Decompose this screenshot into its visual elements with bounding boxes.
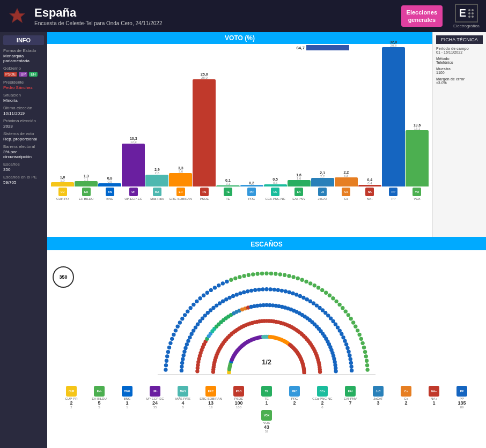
seat-dot: [183, 346, 187, 350]
margen-value: ±3.0%: [436, 81, 483, 85]
vote-top-indicator: 64,7: [50, 45, 430, 56]
seat-dot: [198, 296, 202, 300]
seat-dot: [182, 350, 186, 354]
bar-CUP-PR: [51, 182, 74, 186]
periodo-value: 01 - 16/11/2022: [436, 50, 483, 54]
legend-item-MAS-PAIS: MASMÁS PAÍS43: [170, 386, 196, 409]
seat-dot: [334, 369, 337, 373]
legend-prev-CUP-PR: 2: [70, 406, 72, 409]
escanos-title: ESCAÑOS: [47, 238, 486, 250]
seat-dot: [221, 281, 225, 285]
bar-group-BNG: 0,80,5BNBNG: [98, 176, 121, 200]
sidebar-barrera: Barrera electoral 3% por circunscripción: [3, 144, 44, 159]
legend-prev-PP: 89: [460, 406, 464, 409]
escanos-section: ESCAÑOS 350 1/2 CUPCUP-PR22EH-EH BILDU55…: [47, 238, 486, 448]
bar-JxCAT: [311, 178, 334, 186]
seat-dot: [300, 278, 304, 282]
seat-dot: [221, 300, 225, 303]
sidebar-escanos: Escaños 350: [3, 162, 44, 172]
ficha-tecnica: FICHA TÉCNICA Periodo de campo 01 - 16/1…: [432, 32, 486, 237]
bar-top-label-PRC: 0,2: [249, 181, 254, 185]
sidebar-escanos-pe: Escaños en el PE 59/705: [3, 175, 44, 185]
bar-group-ERC-SOBIRAN: 3,33,6ERERC-SOBIRAN: [169, 166, 192, 200]
seat-dot: [316, 286, 320, 289]
bar-group-Cs: 2,26,8CsCs: [335, 170, 358, 200]
country-name: España: [34, 6, 401, 20]
bar-name-MAS-PAIS: Más País: [145, 197, 168, 200]
party-icon-UP-ECP-EC: UP: [129, 188, 138, 196]
legend-seats-UP-ECP-EC: 24: [152, 400, 158, 406]
top-value-box: 64,7: [296, 45, 349, 50]
bar-name-EAI-PNV: EAI-PNV: [288, 197, 311, 200]
bar-group-TE: 0,10,1TETE: [216, 178, 239, 200]
legend-logo-TE: TE: [261, 386, 272, 397]
sistema-voto-label: Sistema de voto: [3, 131, 44, 136]
party-icon-NA+: NA: [365, 188, 374, 196]
bar-EH-BILDU: [75, 181, 98, 186]
header: España Encuesta de Celeste-Tel para Onda…: [0, 0, 486, 32]
seat-dot: [225, 280, 229, 283]
seat-dot: [175, 325, 179, 328]
bar-name-BNG: BNG: [98, 197, 121, 200]
sidebar-ultima-eleccion: Última elección 10/11/2019: [3, 106, 44, 116]
legend-logo-CUP-PR: CUP: [66, 386, 77, 397]
party-icon-CCa-PNC-NC: CC: [271, 188, 279, 196]
seat-dot: [273, 288, 276, 292]
party-icon-PRC: PR: [247, 188, 256, 196]
legend-seats-VOX: 43: [264, 424, 269, 430]
sistema-voto-value: Rep. proporcional: [3, 137, 44, 141]
legend-item-ERC-SOBIRAN: ERCERC-SOBIRAN1313: [197, 386, 224, 409]
legend-item-EAI-PNV: EAIEAI-PNV7: [337, 386, 364, 409]
seat-dot: [251, 272, 255, 276]
bar-group-EAI-PNV: 1,61,6EAEAI-PNV: [288, 173, 311, 200]
legend-item-NA+: NA+NA+1: [421, 386, 447, 409]
seat-dot: [302, 371, 306, 375]
election-badge[interactable]: Elecciones generales: [401, 5, 443, 27]
margen-label: Margen de error: [436, 77, 483, 81]
seat-dot: [278, 272, 282, 276]
bar-group-MAS-PAIS: 2,92,6MAMás País: [145, 168, 168, 200]
seat-dot: [280, 289, 284, 293]
info-button[interactable]: INFO: [3, 35, 44, 45]
bar-name-VOX: VOX: [406, 197, 429, 200]
seat-dot: [343, 339, 347, 342]
legend-logo-ERC-SOBIRAN: ERC: [205, 386, 216, 397]
escanos-label: Escaños: [3, 162, 44, 167]
bar-group-VOX: 13,615,1VOVOX: [406, 123, 429, 200]
seat-dot: [296, 277, 299, 280]
bar-NA+: [358, 185, 381, 186]
seat-dot: [166, 350, 170, 354]
presidente-label: Presidente: [3, 80, 44, 85]
bar-BNG: [98, 183, 121, 186]
seat-dot: [253, 288, 257, 292]
seat-dot: [180, 365, 183, 369]
bar-top-label-NA+: 0,4: [367, 178, 372, 182]
bar-top-label-BNG: 0,8: [107, 176, 113, 180]
proxima-eleccion-value: 2023: [3, 124, 44, 129]
seat-dot: [276, 288, 280, 292]
seat-dot: [260, 272, 264, 275]
seat-dot: [165, 354, 169, 358]
muestra-label: Muestra: [436, 67, 483, 71]
bar-group-PP: 32,820,8PPPP: [382, 40, 405, 200]
legend-prev-BNG: 1: [126, 406, 128, 409]
bar-group-CCa-PNC-NC: 0,50,5CCCCa-PNC-NC: [264, 177, 287, 200]
seat-dot: [247, 273, 251, 277]
legend-seats-ERC-SOBIRAN: 13: [208, 400, 213, 406]
forma-estado-value: Monarquía parlamentaria: [3, 54, 44, 63]
barrera-label: Barrera electoral: [3, 144, 44, 149]
seat-dot: [238, 275, 241, 279]
seat-dot: [365, 363, 369, 367]
periodo-label: Periodo de campo: [436, 47, 483, 50]
bar-chart: 1,01,0CUCUP-PR1,31,1EHEH BILDU0,80,5BNBN…: [50, 56, 430, 200]
badge-line2: generales: [407, 16, 437, 24]
legend-logo-NA+: NA+: [429, 386, 439, 397]
ficha-metodo: Método Telefónico: [436, 57, 483, 64]
seat-dot: [205, 291, 209, 295]
bar-group-PRC: 0,2PRPRC: [240, 181, 263, 200]
e-letter: E: [459, 7, 466, 19]
legend-logo-CCa-PNC-NC: CCa: [317, 386, 328, 397]
seat-dot: [217, 283, 220, 287]
seat-dot: [357, 333, 361, 337]
legend-logo-JxCAT: JxC: [373, 386, 384, 397]
